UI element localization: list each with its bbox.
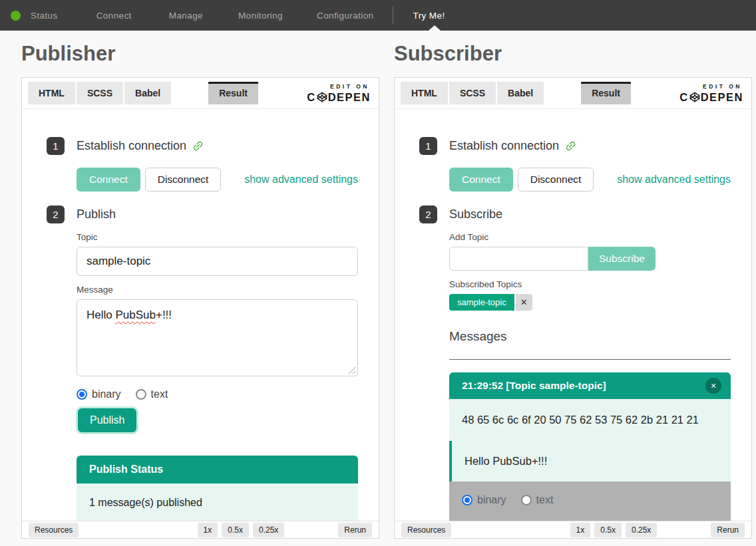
- disconnect-button[interactable]: Disconnect: [518, 168, 594, 192]
- nav-item-manage[interactable]: Manage: [169, 11, 203, 21]
- message-card: 21:29:52 [Topic sample-topic] ✕ 48 65 6c…: [449, 372, 731, 521]
- connect-button[interactable]: Connect: [77, 168, 140, 192]
- nav-item-connect[interactable]: Connect: [96, 11, 132, 21]
- establish-connection-label: Establish connection: [77, 137, 186, 155]
- resources-button[interactable]: Resources: [401, 523, 451, 537]
- nav-item-try-me[interactable]: Try Me!: [413, 11, 445, 21]
- step-1-badge: 1: [47, 137, 65, 155]
- message-label: Message: [77, 285, 358, 295]
- zoom-025x-button[interactable]: 0.25x: [253, 523, 284, 537]
- message-hex-content: 48 65 6c 6c 6f 20 50 75 62 53 75 62 2b 2…: [449, 399, 731, 441]
- subscriber-title: Subscriber: [394, 41, 752, 67]
- tab-scss[interactable]: SCSS: [449, 82, 496, 104]
- add-topic-input[interactable]: [449, 247, 588, 271]
- tab-babel[interactable]: Babel: [497, 82, 544, 104]
- nav-divider: [393, 7, 393, 24]
- subscribe-title: Subscribe: [449, 205, 731, 223]
- main-content: Publisher HTML SCSS Babel Result EDIT ON…: [0, 31, 756, 539]
- message-card-title: 21:29:52 [Topic sample-topic]: [462, 380, 606, 392]
- tab-babel[interactable]: Babel: [124, 82, 171, 104]
- rerun-button[interactable]: Rerun: [711, 523, 745, 537]
- subscriber-codepen-embed: HTML SCSS Babel Result EDIT ON C: [394, 77, 752, 539]
- radio-binary-icon[interactable]: [462, 495, 472, 505]
- edit-on-label: EDIT ON: [307, 83, 369, 90]
- radio-text-icon[interactable]: [521, 495, 532, 505]
- step-2-badge: 2: [47, 205, 65, 223]
- edit-on-codepen-link[interactable]: EDIT ON C DEPEN: [679, 83, 743, 104]
- zoom-1x-button[interactable]: 1x: [198, 523, 218, 537]
- zoom-05x-button[interactable]: 0.5x: [594, 523, 622, 537]
- zoom-controls: 1x 0.5x 0.25x: [198, 523, 285, 537]
- zoom-controls: 1x 0.5x 0.25x: [570, 523, 658, 537]
- tab-result[interactable]: Result: [208, 82, 258, 104]
- zoom-025x-button[interactable]: 0.25x: [626, 523, 657, 537]
- subscribed-topic-row: sample-topic ✕: [449, 294, 731, 311]
- messages-divider: [449, 359, 731, 360]
- subscribed-topics-label: Subscribed Topics: [449, 279, 731, 289]
- tab-html[interactable]: HTML: [401, 82, 448, 104]
- publish-status-body: 1 message(s) published: [77, 483, 358, 521]
- publish-status-card: Publish Status 1 message(s) published: [77, 456, 358, 521]
- nav-item-configuration[interactable]: Configuration: [317, 11, 374, 21]
- subscriber-panel: Subscriber HTML SCSS Babel Result EDIT O…: [394, 31, 752, 539]
- tab-result[interactable]: Result: [581, 82, 631, 104]
- subscriber-result-frame: 1 Establish connection Connect: [395, 109, 751, 521]
- active-tab-caret: [429, 25, 441, 31]
- remove-topic-button[interactable]: ✕: [516, 294, 532, 311]
- codepen-brand: C DEPEN: [679, 91, 743, 104]
- message-text-prefix: Hello: [87, 309, 115, 321]
- resize-grip-icon[interactable]: [347, 365, 355, 374]
- topic-input[interactable]: [77, 247, 358, 276]
- radio-binary-icon[interactable]: [77, 389, 87, 400]
- publish-button[interactable]: Publish: [78, 408, 136, 432]
- connect-button[interactable]: Connect: [449, 168, 513, 192]
- codepen-logo-icon: [689, 92, 700, 102]
- radio-text-option[interactable]: text: [136, 388, 168, 400]
- nav-item-monitoring[interactable]: Monitoring: [238, 11, 283, 21]
- publisher-codepen-embed: HTML SCSS Babel Result EDIT ON C: [21, 77, 379, 539]
- connection-controls: Connect Disconnect show advanced setting…: [77, 168, 358, 192]
- link-icon: [564, 140, 577, 152]
- publisher-panel: Publisher HTML SCSS Babel Result EDIT ON…: [21, 31, 379, 539]
- radio-text-label: text: [536, 494, 554, 506]
- subscriber-embed-footer: Resources 1x 0.5x 0.25x Rerun: [395, 521, 751, 538]
- rerun-button[interactable]: Rerun: [338, 523, 372, 537]
- publisher-step-1: 1 Establish connection Connect: [47, 137, 358, 205]
- radio-text-icon[interactable]: [136, 389, 146, 400]
- message-textarea[interactable]: Hello PubSub+!!!: [77, 299, 358, 376]
- tab-scss[interactable]: SCSS: [77, 82, 123, 104]
- zoom-1x-button[interactable]: 1x: [570, 523, 591, 537]
- show-advanced-settings-link[interactable]: show advanced settings: [244, 174, 358, 186]
- topic-label: Topic: [77, 232, 358, 242]
- connection-controls: Connect Disconnect show advanced setting…: [449, 168, 731, 192]
- codepen-brand-depen: DEPEN: [701, 91, 743, 104]
- message-format-bar: binary text: [449, 481, 731, 521]
- codepen-brand-c: C: [307, 91, 315, 104]
- edit-on-codepen-link[interactable]: EDIT ON C DEPEN: [307, 83, 371, 104]
- publisher-title: Publisher: [21, 41, 379, 67]
- radio-text-option[interactable]: text: [521, 494, 554, 506]
- nav-item-status[interactable]: Status: [31, 11, 58, 21]
- topic-chip: sample-topic: [449, 294, 514, 311]
- resources-button[interactable]: Resources: [29, 523, 79, 537]
- radio-binary-option[interactable]: binary: [462, 494, 506, 506]
- show-advanced-settings-link[interactable]: show advanced settings: [617, 174, 731, 186]
- subscriber-embed-header: HTML SCSS Babel Result EDIT ON C: [395, 78, 751, 109]
- edit-on-label: EDIT ON: [679, 83, 742, 90]
- zoom-05x-button[interactable]: 0.5x: [222, 523, 249, 537]
- codepen-brand-depen: DEPEN: [328, 91, 371, 104]
- establish-connection-label: Establish connection: [449, 137, 559, 155]
- radio-binary-option[interactable]: binary: [77, 388, 121, 400]
- link-icon: [192, 140, 204, 152]
- tab-html[interactable]: HTML: [28, 82, 75, 104]
- establish-connection-title: Establish connection: [449, 137, 731, 155]
- radio-text-label: text: [151, 388, 168, 400]
- radio-binary-label: binary: [92, 388, 121, 400]
- subscribe-label: Subscribe: [449, 205, 502, 223]
- message-close-button[interactable]: ✕: [705, 378, 721, 394]
- add-topic-row: Subscribe: [449, 247, 731, 271]
- disconnect-button[interactable]: Disconnect: [145, 168, 222, 192]
- publish-format-radios: binary text: [77, 388, 358, 400]
- publish-title: Publish: [77, 205, 358, 223]
- subscribe-button[interactable]: Subscribe: [588, 247, 656, 271]
